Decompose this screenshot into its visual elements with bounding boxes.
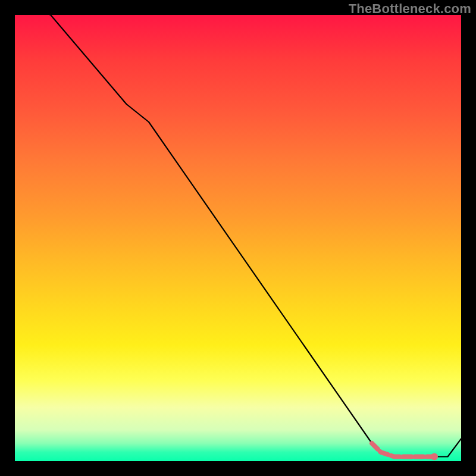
chart-stage: TheBottleneck.com xyxy=(0,0,476,476)
watermark-text: TheBottleneck.com xyxy=(349,1,471,17)
highlight-segment xyxy=(372,443,434,457)
plot-area xyxy=(15,15,461,461)
bottleneck-curve xyxy=(15,15,461,457)
curve-marker xyxy=(431,453,438,461)
chart-svg xyxy=(15,15,461,461)
